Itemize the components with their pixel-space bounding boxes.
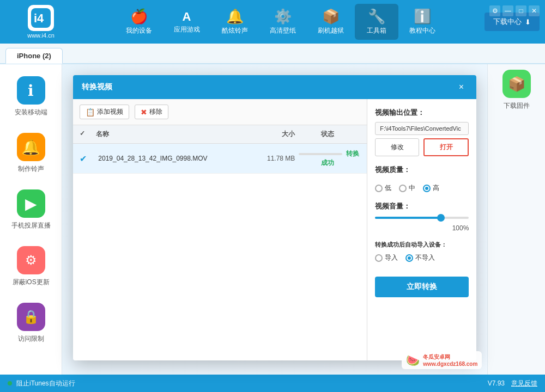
table-row[interactable]: ✔ 2019_04_28_13_42_IMG_0998.MOV 11.78 MB… xyxy=(73,144,367,174)
modal-right-panel: 视频输出位置： 修改 打开 视频质量： 低 xyxy=(367,99,476,360)
status-text: 阻止iTunes自动运行 xyxy=(16,379,75,388)
status-left: 阻止iTunes自动运行 xyxy=(8,379,75,388)
import-yes-label: 导入 xyxy=(385,253,398,262)
minimize-button[interactable]: — xyxy=(502,5,513,16)
download-arrow-icon: ⬇ xyxy=(525,18,531,26)
modal-left-panel: 📋 添加视频 ✖ 移除 ✓ 名称 大小 xyxy=(73,99,367,360)
modal-title: 转换视频 xyxy=(82,82,112,92)
my-device-icon: 🍎 xyxy=(130,8,148,25)
watermark-brand: 冬瓜安卓网 xyxy=(423,353,477,361)
import-yes[interactable]: 导入 xyxy=(375,253,398,262)
make-ringtone-icon: 🔔 xyxy=(17,133,45,161)
quality-low[interactable]: 低 xyxy=(375,183,391,193)
volume-fill xyxy=(375,217,440,219)
open-button[interactable]: 打开 xyxy=(423,138,469,156)
toolbox-icon: 🔧 xyxy=(368,8,385,25)
checked-icon: ✔ xyxy=(80,154,87,163)
maximize-button[interactable]: □ xyxy=(516,5,526,16)
status-right: V7.93 意见反馈 xyxy=(488,379,537,388)
sidebar-item-block-update[interactable]: ⚙ 屏蔽iOS更新 xyxy=(3,240,59,293)
right-item-download-firmware[interactable]: 📦 下载固件 xyxy=(502,70,531,111)
close-window-button[interactable]: ✕ xyxy=(529,5,540,16)
main-content: ℹ 安装移动端 🔔 制作铃声 ▶ 手机投屏直播 ⚙ 屏蔽iOS更新 🔒 xyxy=(0,64,545,375)
file-status-cell: 转换成功 xyxy=(295,149,360,168)
right-sidebar: 📦 下载固件 xyxy=(487,64,545,375)
quality-low-radio[interactable] xyxy=(375,185,383,192)
import-no-radio[interactable] xyxy=(405,254,413,262)
volume-section: 视频音量： 100% xyxy=(375,201,469,232)
add-video-icon: 📋 xyxy=(86,108,95,117)
status-dot xyxy=(8,381,12,385)
sidebar-item-install-mobile[interactable]: ℹ 安装移动端 xyxy=(3,70,59,124)
modal-header: 转换视频 × xyxy=(73,75,476,99)
nav-item-wallpaper[interactable]: ⚙️ 高清壁纸 xyxy=(259,4,307,40)
modal-body: 📋 添加视频 ✖ 移除 ✓ 名称 大小 xyxy=(73,99,476,360)
tab-bar: iPhone (2) xyxy=(0,44,545,64)
file-name-cell: 2019_04_28_13_42_IMG_0998.MOV xyxy=(96,155,246,162)
import-no[interactable]: 不导入 xyxy=(405,253,435,262)
quality-label: 视频质量： xyxy=(375,165,469,175)
version-text: V7.93 xyxy=(488,379,505,387)
status-bar: 阻止iTunes自动运行 V7.93 意见反馈 xyxy=(0,375,545,392)
install-mobile-icon: ℹ xyxy=(17,76,45,105)
import-section: 转换成功后自动导入设备： 导入 不导入 xyxy=(375,241,469,262)
quality-mid-radio[interactable] xyxy=(399,185,407,192)
sidebar-item-access-limit[interactable]: 🔒 访问限制 xyxy=(3,296,59,350)
nav-item-toolbox[interactable]: 🔧 工具箱 xyxy=(355,4,398,40)
svg-text:i4: i4 xyxy=(34,11,44,25)
add-video-button[interactable]: 📋 添加视频 xyxy=(80,105,129,119)
nav-item-ringtones[interactable]: 🔔 酷炫铃声 xyxy=(211,4,259,40)
settings-button[interactable]: ⚙ xyxy=(489,5,500,16)
file-table: ✓ 名称 大小 状态 ✔ 2019_04_28_13_42_IMG_0998.M… xyxy=(73,125,367,360)
status-header: 状态 xyxy=(295,130,360,139)
status-progress-bar xyxy=(299,153,342,155)
sidebar-item-screen-live[interactable]: ▶ 手机投屏直播 xyxy=(3,183,59,237)
volume-slider-wrap xyxy=(375,217,469,219)
modal-close-button[interactable]: × xyxy=(455,81,468,94)
sidebar: ℹ 安装移动端 🔔 制作铃声 ▶ 手机投屏直播 ⚙ 屏蔽iOS更新 🔒 xyxy=(0,64,62,375)
quality-section: 视频质量： 低 中 高 xyxy=(375,165,469,193)
output-path-input[interactable] xyxy=(375,122,469,135)
nav-bar: 🍎 我的设备 A 应用游戏 🔔 酷炫铃声 ⚙️ 高清壁纸 📦 刷机越狱 🔧 工具… xyxy=(76,4,485,40)
quality-mid[interactable]: 中 xyxy=(399,183,415,193)
download-firmware-icon: 📦 xyxy=(502,70,531,98)
logo-text: www.i4.cn xyxy=(27,32,55,39)
app-logo: i4 xyxy=(28,5,54,31)
remove-button[interactable]: ✖ 移除 xyxy=(135,105,168,119)
convert-button[interactable]: 立即转换 xyxy=(375,277,469,297)
feedback-text[interactable]: 意见反馈 xyxy=(511,379,537,388)
volume-value: 100% xyxy=(375,224,469,232)
remove-icon: ✖ xyxy=(141,108,147,117)
nav-item-jailbreak[interactable]: 📦 刷机越狱 xyxy=(307,4,355,40)
quality-high[interactable]: 高 xyxy=(423,183,439,193)
block-update-icon: ⚙ xyxy=(17,246,45,274)
quality-radio-group: 低 中 高 xyxy=(375,183,469,193)
quality-mid-label: 中 xyxy=(409,183,415,193)
volume-slider-track[interactable] xyxy=(375,217,469,219)
watermark-url: www.dgxcdz168.com xyxy=(423,361,477,367)
import-radio-group: 导入 不导入 xyxy=(375,253,469,262)
nav-item-apps[interactable]: A 应用游戏 xyxy=(163,5,211,39)
jailbreak-icon: 📦 xyxy=(322,8,340,25)
volume-label: 视频音量： xyxy=(375,201,469,211)
quality-high-radio[interactable] xyxy=(423,185,431,192)
convert-video-modal: 转换视频 × 📋 添加视频 ✖ 移除 xyxy=(73,75,476,360)
import-no-label: 不导入 xyxy=(415,253,435,262)
window-controls: ⚙ — □ ✕ xyxy=(489,5,540,16)
nav-item-my-device[interactable]: 🍎 我的设备 xyxy=(115,4,163,40)
name-header: 名称 xyxy=(96,130,246,139)
quality-low-label: 低 xyxy=(385,183,391,193)
output-label: 视频输出位置： xyxy=(375,108,469,118)
tab-iphone[interactable]: iPhone (2) xyxy=(5,48,63,64)
nav-item-tutorials[interactable]: ℹ️ 教程中心 xyxy=(398,4,446,40)
wallpaper-icon: ⚙️ xyxy=(274,8,292,25)
import-yes-radio[interactable] xyxy=(375,254,383,262)
apps-icon: A xyxy=(183,10,191,24)
volume-thumb[interactable] xyxy=(437,214,445,222)
sidebar-item-make-ringtone[interactable]: 🔔 制作铃声 xyxy=(3,126,59,180)
watermark: 🍉 冬瓜安卓网 www.dgxcdz168.com xyxy=(402,351,482,369)
tutorials-icon: ℹ️ xyxy=(414,8,431,25)
access-limit-icon: 🔒 xyxy=(17,303,45,331)
row-check: ✔ xyxy=(80,154,96,164)
modify-button[interactable]: 修改 xyxy=(375,138,419,156)
